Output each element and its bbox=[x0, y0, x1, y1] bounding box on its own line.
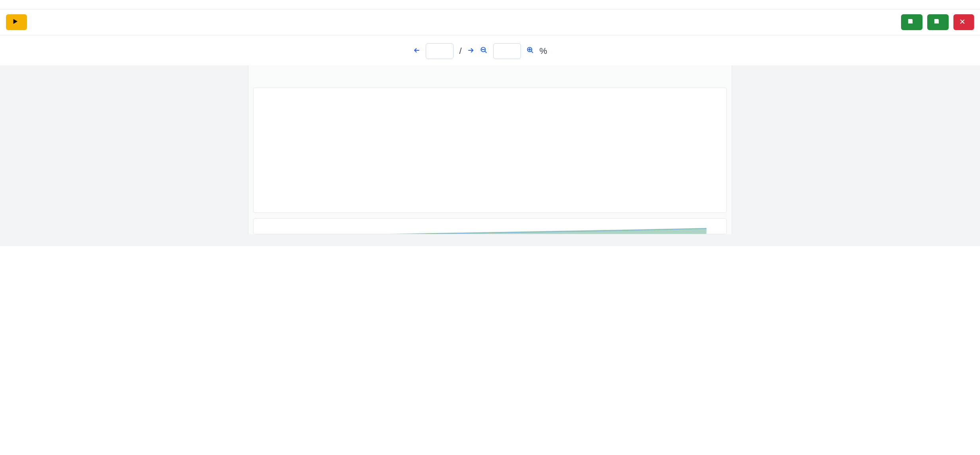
chart-visitors bbox=[253, 88, 727, 213]
run-template-button[interactable] bbox=[6, 14, 27, 30]
save-return-button[interactable] bbox=[927, 14, 949, 30]
report-page bbox=[248, 65, 732, 234]
zoom-input[interactable] bbox=[493, 43, 521, 59]
zoom-in-icon[interactable] bbox=[527, 46, 534, 56]
play-icon bbox=[12, 18, 18, 26]
toolbar-right bbox=[901, 14, 974, 30]
prev-page-icon[interactable] bbox=[413, 46, 420, 56]
chart-minutes bbox=[253, 218, 727, 234]
viewer-controls: / % bbox=[0, 35, 980, 63]
tab-bar bbox=[0, 0, 980, 10]
chart2-title bbox=[257, 223, 723, 228]
next-page-icon[interactable] bbox=[467, 46, 475, 56]
chart-title bbox=[257, 92, 723, 97]
position-readout bbox=[561, 46, 567, 57]
report-title bbox=[248, 70, 732, 82]
save-icon bbox=[907, 18, 913, 26]
discard-return-button[interactable] bbox=[953, 14, 974, 30]
chart-plot bbox=[257, 97, 721, 204]
page-canvas[interactable] bbox=[0, 65, 980, 246]
close-icon bbox=[960, 18, 965, 26]
save-template-button[interactable] bbox=[901, 14, 922, 30]
chart-area bbox=[257, 97, 723, 204]
page-total: / bbox=[459, 46, 461, 56]
zoom-out-icon[interactable] bbox=[480, 46, 488, 56]
toolbar bbox=[0, 10, 980, 35]
percent-label: % bbox=[540, 46, 548, 56]
chart2-plot bbox=[257, 228, 723, 234]
chart-legend bbox=[257, 206, 723, 210]
page-input[interactable] bbox=[426, 43, 453, 59]
save-icon bbox=[934, 18, 940, 26]
